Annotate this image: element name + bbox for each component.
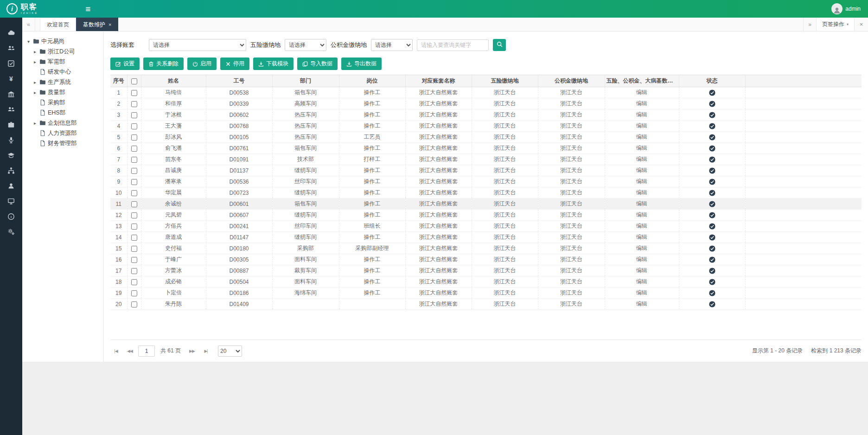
tree-item[interactable]: ▸军需部: [32, 57, 99, 67]
check-circle-icon[interactable]: [709, 122, 715, 129]
row-checkbox[interactable]: [131, 246, 137, 252]
table-row[interactable]: 10华定晨D00723缝纫车间操作工浙江大自然账套浙江天台浙江天台编辑: [110, 187, 862, 198]
set-button[interactable]: 设置: [110, 58, 140, 70]
table-row[interactable]: 9潘寒承D00536丝印车间操作工浙江大自然账套浙江天台浙江天台编辑: [110, 176, 862, 187]
check-circle-icon[interactable]: [709, 289, 715, 296]
tab-1[interactable]: 基数维护×: [76, 18, 118, 31]
bank-icon[interactable]: [0, 86, 22, 102]
row-checkbox[interactable]: [131, 279, 137, 285]
table-row[interactable]: 13方佰兵D00241丝印车间班组长浙江大自然账套浙江天台浙江天台编辑: [110, 221, 862, 232]
check-circle-icon[interactable]: [709, 234, 715, 240]
edit-link[interactable]: 编辑: [636, 289, 647, 296]
caret-right-icon[interactable]: ▸: [32, 121, 38, 126]
import-data-button[interactable]: 导入数据: [297, 58, 338, 70]
tabs-scroll-right-icon[interactable]: »: [803, 18, 816, 31]
next-page-button[interactable]: ▶▶: [186, 345, 198, 357]
tree-item[interactable]: 采购部: [32, 97, 99, 108]
table-row[interactable]: 1马纯倍D00538箱包车间操作工浙江大自然账套浙江天台浙江天台编辑: [110, 87, 862, 98]
row-checkbox[interactable]: [131, 101, 137, 107]
user-menu[interactable]: admin: [831, 3, 868, 14]
table-row[interactable]: 11余诚纷D00601箱包车间操作工浙江大自然账套浙江天台浙江天台编辑: [110, 198, 862, 210]
table-row[interactable]: 6俞飞潘D00761箱包车间操作工浙江大自然账套浙江天台浙江天台编辑: [110, 143, 862, 154]
row-checkbox[interactable]: [131, 201, 137, 207]
row-checkbox[interactable]: [131, 268, 137, 274]
check-circle-icon[interactable]: [709, 134, 715, 140]
table-row[interactable]: 18成必铬D00504面料车间操作工浙江大自然账套浙江天台浙江天台编辑: [110, 276, 862, 288]
enable-button[interactable]: 启用: [187, 58, 217, 70]
caret-right-icon[interactable]: ▸: [32, 49, 38, 54]
account-select[interactable]: 请选择: [149, 39, 246, 51]
check-circle-icon[interactable]: [709, 89, 715, 96]
table-row[interactable]: 16于峰广D00305面料车间操作工浙江大自然账套浙江天台浙江天台编辑: [110, 254, 862, 265]
tree-item[interactable]: EHS部: [32, 108, 99, 118]
edit-link[interactable]: 编辑: [636, 89, 647, 96]
check-circle-icon[interactable]: [709, 145, 715, 151]
check-circle-icon[interactable]: [709, 278, 715, 285]
briefcase-icon[interactable]: [0, 117, 22, 132]
check-circle-icon[interactable]: [709, 301, 715, 307]
edit-link[interactable]: 编辑: [636, 189, 647, 196]
check-circle-icon[interactable]: [709, 200, 715, 207]
row-checkbox[interactable]: [131, 224, 137, 230]
row-checkbox[interactable]: [131, 123, 137, 129]
edit-link[interactable]: 编辑: [636, 200, 647, 207]
check-circle-icon[interactable]: [709, 156, 715, 162]
table-row[interactable]: 7苗东冬D01091技术部打样工浙江大自然账套浙江天台浙江天台编辑: [110, 154, 862, 165]
education-icon[interactable]: [0, 147, 22, 163]
check-circle-icon[interactable]: [709, 256, 715, 262]
edit-link[interactable]: 编辑: [636, 223, 647, 229]
table-row[interactable]: 20朱丹陈D01409浙江大自然账套浙江天台浙江天台编辑: [110, 299, 862, 310]
tree-item[interactable]: 研发中心: [32, 67, 99, 77]
table-row[interactable]: 14唐道成D01147缝纫车间操作工浙江大自然账套浙江天台浙江天台编辑: [110, 232, 862, 243]
row-checkbox[interactable]: [131, 168, 137, 174]
org-icon[interactable]: [0, 163, 22, 178]
tab-operations-dropdown[interactable]: 页签操作 ▾: [816, 18, 854, 31]
row-checkbox[interactable]: [131, 235, 137, 241]
row-checkbox[interactable]: [131, 301, 137, 307]
table-row[interactable]: 5彭冰风D00105热压车间工艺员浙江大自然账套浙江天台浙江天台编辑: [110, 132, 862, 143]
edit-link[interactable]: 编辑: [636, 278, 647, 285]
row-checkbox[interactable]: [131, 112, 137, 118]
row-checkbox[interactable]: [131, 257, 137, 263]
row-checkbox[interactable]: [131, 90, 137, 96]
tree-item[interactable]: ▸企划信息部: [32, 118, 99, 128]
row-checkbox[interactable]: [131, 190, 137, 196]
monitor-icon[interactable]: [0, 193, 22, 209]
table-row[interactable]: 17方蕾冰D00887裁剪车间操作工浙江大自然账套浙江天台浙江天台编辑: [110, 265, 862, 276]
edit-link[interactable]: 编辑: [636, 167, 647, 173]
tree-item[interactable]: ▸质量部: [32, 87, 99, 97]
caret-right-icon[interactable]: ▸: [32, 59, 38, 64]
users-icon[interactable]: [0, 102, 22, 117]
check-circle-icon[interactable]: [709, 223, 715, 229]
page-number-input[interactable]: [138, 345, 155, 357]
training-icon[interactable]: [0, 132, 22, 147]
tree-item[interactable]: 财务管理部: [32, 138, 99, 148]
edit-link[interactable]: 编辑: [636, 178, 647, 185]
user-icon[interactable]: [0, 178, 22, 193]
table-row[interactable]: 12元凤碧D00607缝纫车间操作工浙江大自然账套浙江天台浙江天台编辑: [110, 210, 862, 221]
check-circle-icon[interactable]: [709, 189, 715, 196]
caret-down-icon[interactable]: ▾: [26, 39, 31, 44]
tasks-icon[interactable]: [0, 56, 22, 71]
last-page-button[interactable]: ▶|: [200, 345, 211, 357]
table-row[interactable]: 19卜定倍D00186海绵车间操作工浙江大自然账套浙江天台浙江天台编辑: [110, 288, 862, 299]
row-checkbox[interactable]: [131, 290, 137, 296]
page-size-select[interactable]: 20: [218, 345, 242, 357]
menu-toggle-icon[interactable]: ≡: [85, 5, 90, 13]
prev-page-button[interactable]: ◀◀: [124, 345, 135, 357]
tabs-scroll-left-icon[interactable]: «: [22, 18, 35, 31]
tree-item[interactable]: ▸生产系统: [32, 77, 99, 87]
table-row[interactable]: 4王大藩D00768热压车间操作工浙江大自然账套浙江天台浙江天台编辑: [110, 121, 862, 132]
row-checkbox[interactable]: [131, 179, 137, 185]
check-circle-icon[interactable]: [709, 100, 715, 107]
table-row[interactable]: 3于冰根D00602热压车间操作工浙江大自然账套浙江天台浙江天台编辑: [110, 109, 862, 121]
row-checkbox[interactable]: [131, 134, 137, 141]
relation-delete-button[interactable]: 关系删除: [143, 58, 184, 70]
edit-link[interactable]: 编辑: [636, 134, 647, 140]
select-all-checkbox[interactable]: [131, 78, 137, 84]
edit-link[interactable]: 编辑: [636, 234, 647, 240]
caret-right-icon[interactable]: ▸: [32, 80, 38, 85]
table-row[interactable]: 2和倍厚D00339高频车间操作工浙江大自然账套浙江天台浙江天台编辑: [110, 98, 862, 109]
search-input[interactable]: [417, 39, 489, 51]
fund-city-select[interactable]: 请选择: [371, 39, 413, 51]
